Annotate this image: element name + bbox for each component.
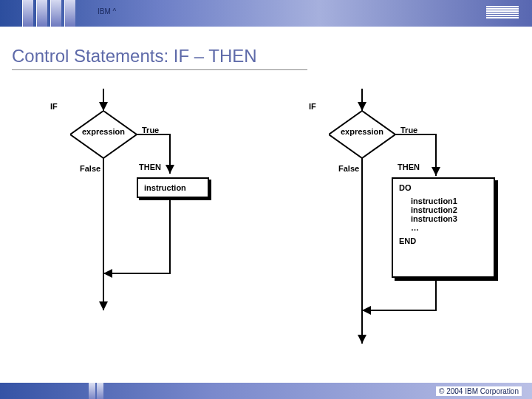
brand-label: IBM ^ <box>98 7 116 16</box>
flowchart-left: IF expression True False THEN instructio… <box>22 89 244 332</box>
do-block-box: DO instruction1 instruction2 instruction… <box>392 177 495 278</box>
ibm-logo-icon <box>486 6 519 22</box>
label-then-left: THEN <box>139 163 161 171</box>
svg-rect-0 <box>486 6 519 7</box>
instruction2: instruction2 <box>411 205 488 214</box>
do-keyword: DO <box>399 183 488 192</box>
header-decor-stripes <box>22 0 92 27</box>
instruction-box-left: instruction <box>137 177 209 198</box>
label-if-left: IF <box>50 102 58 111</box>
header-band: IBM ^ <box>0 0 532 27</box>
diamond-expression-right: expression <box>329 111 395 151</box>
end-keyword: END <box>399 236 488 245</box>
diamond-expression-left: expression <box>70 111 137 151</box>
svg-rect-2 <box>486 10 519 12</box>
label-false-right: False <box>338 164 359 173</box>
flowchart-container: IF expression True False THEN instructio… <box>22 89 510 347</box>
svg-rect-1 <box>486 8 519 10</box>
instruction-left-text: instruction <box>144 183 186 192</box>
page-title: Control Statements: IF – THEN <box>12 46 257 66</box>
label-false-left: False <box>80 164 100 173</box>
instruction-ellipsis: … <box>411 223 488 232</box>
label-true-right: True <box>400 126 417 134</box>
title-underline <box>12 69 307 70</box>
svg-rect-3 <box>486 13 519 14</box>
footer-decor-stripes <box>89 383 105 399</box>
flowchart-right: IF expression True False THEN DO instruc… <box>281 89 510 347</box>
diamond-label-left: expression <box>70 111 137 151</box>
label-if-right: IF <box>309 102 316 111</box>
svg-rect-4 <box>486 15 519 16</box>
svg-rect-5 <box>486 17 519 18</box>
instruction3: instruction3 <box>411 214 488 223</box>
footer-band: © 2004 IBM Corporation <box>0 383 532 399</box>
copyright-text: © 2004 IBM Corporation <box>436 386 522 396</box>
diamond-label-right: expression <box>329 111 395 151</box>
label-true-left: True <box>142 126 159 134</box>
instruction1: instruction1 <box>411 197 488 205</box>
label-then-right: THEN <box>398 163 420 171</box>
